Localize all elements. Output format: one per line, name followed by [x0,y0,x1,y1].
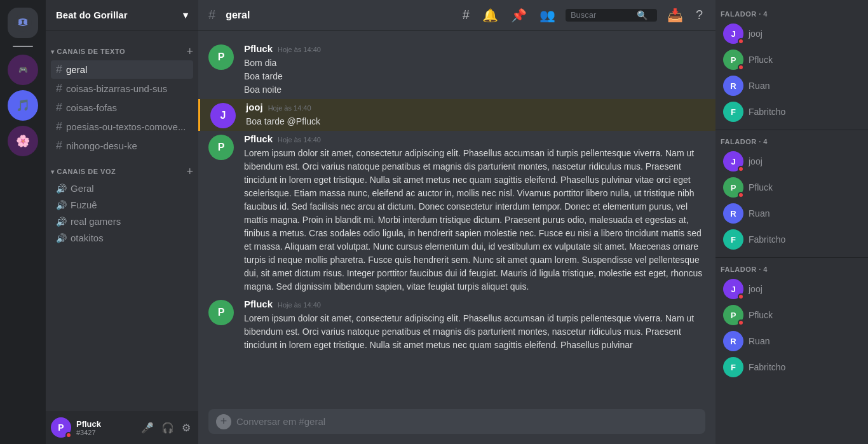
hash-icon: # [56,101,62,114]
hash-icon: # [56,120,62,133]
text-channels-category[interactable]: ▾ CANAIS DE TEXTO + [46,36,198,60]
server-icon-main[interactable] [8,8,38,38]
voice-channels-category[interactable]: ▾ CANAIS DE VOZ + [46,156,198,180]
avatar: P [208,44,234,70]
headphone-button[interactable]: 🎧 [159,419,177,436]
channel-item-coisas-bizarras[interactable]: # coisas-bizarras-und-sus [51,79,193,98]
avatar: P [208,300,234,325]
avatar: P [723,305,743,325]
voice-member[interactable]: P Pfluck [718,302,865,328]
message-input-wrapper: + [208,409,705,434]
message-header: Pfluck Hoje às 14:40 [244,299,705,309]
channel-name: geral [66,64,87,75]
inbox-icon[interactable]: 📥 [665,8,686,23]
voice-member[interactable]: F Fabritcho [718,227,865,252]
voice-member[interactable]: R Ruan [718,201,865,226]
text-channels-label: CANAIS DE TEXTO [57,48,126,55]
channel-list: ▾ CANAIS DE TEXTO + # geral # coisas-biz… [46,30,198,411]
speaker-icon: 🔊 [56,184,67,194]
message-time: Hoje às 14:40 [268,104,311,112]
message-header: Pfluck Hoje às 14:40 [244,133,705,144]
channel-item-fuzue[interactable]: 🔊 Fuzuê [51,197,193,213]
channel-sidebar: Beat do Gorillar ▾ ▾ CANAIS DE TEXTO + #… [46,0,198,444]
voice-member[interactable]: P Pfluck [718,47,865,72]
avatar: P [723,50,743,70]
member-name: jooj [749,156,763,166]
microphone-button[interactable]: 🎤 [139,419,156,436]
avatar: R [723,203,743,224]
user-tag: #3427 [76,429,133,436]
voice-member[interactable]: F Fabritcho [718,354,865,380]
user-info: Pfluck #3427 [76,419,133,436]
server-dropdown-icon: ▾ [183,10,188,21]
voice-member[interactable]: F Fabritcho [718,99,865,124]
members-icon[interactable]: 👥 [537,8,558,23]
server-header[interactable]: Beat do Gorillar ▾ [46,0,198,30]
message-time: Hoje às 14:40 [278,301,321,309]
channel-item-geral[interactable]: # geral [51,60,193,79]
messages-area: P Pfluck Hoje às 14:40 Bom diaBoa tardeB… [198,30,715,409]
settings-button[interactable]: ⚙ [179,419,193,436]
channel-item-real-gamers[interactable]: 🔊 real gamers [51,213,193,229]
message-group: P Pfluck Hoje às 14:40 Bom diaBoa tardeB… [198,41,715,99]
voice-section-header: FALADOR · 4 [715,133,868,148]
hash-icon: # [56,139,62,152]
status-dot [738,293,744,300]
divider [715,257,868,258]
search-input[interactable] [571,10,634,20]
message-input-area: + [198,409,715,444]
add-attachment-button[interactable]: + [216,414,231,429]
voice-member[interactable]: R Ruan [718,73,865,98]
voice-member[interactable]: J jooj [718,276,865,302]
message-author: Pfluck [244,133,273,144]
message-author: jooj [246,102,263,112]
channel-name: real gamers [71,216,121,227]
pin-icon[interactable]: 📌 [508,8,529,23]
message-group: P Pfluck Hoje às 14:40 Lorem ipsum dolor… [198,131,715,296]
channel-item-nihongo[interactable]: # nihongo-desu-ke [51,137,193,155]
server-icon-2[interactable]: 🎵 [8,90,38,121]
message-time: Hoje às 14:40 [278,136,321,144]
help-icon[interactable]: ? [693,8,705,22]
chevron-icon: ▾ [51,168,55,175]
avatar: F [723,357,743,377]
member-name: Pfluck [749,55,773,65]
server-icon-3[interactable]: 🌸 [8,126,38,156]
header-hash-icon: # [208,8,215,22]
voice-channels-label: CANAIS DE VOZ [57,168,116,175]
voice-member[interactable]: P Pfluck [718,175,865,200]
chevron-icon: ▾ [51,48,55,55]
speaker-icon: 🔊 [56,233,67,243]
hash-header-icon[interactable]: # [460,8,472,22]
channel-item-geral-voice[interactable]: 🔊 Geral [51,180,193,196]
server-icon-1[interactable]: 🎮 [8,55,38,85]
voice-member[interactable]: J jooj [718,21,865,46]
status-dot [738,166,744,172]
channel-name: nihongo-desu-ke [66,140,137,151]
message-input[interactable] [236,409,698,434]
voice-section-2: FALADOR · 4 J jooj P Pfluck R Ruan F Fab… [715,133,868,252]
channel-name: otakitos [71,232,104,243]
avatar: J [723,279,743,299]
hash-icon: # [56,82,62,95]
message-group: J jooj Hoje às 14:40 Boa tarde @Pfluck [198,99,715,131]
channel-item-otakitos[interactable]: 🔊 otakitos [51,230,193,246]
speaker-icon: 🔊 [56,200,67,210]
voice-section-header: FALADOR · 4 [715,260,868,276]
voice-member[interactable]: R Ruan [718,328,865,354]
message-group: P Pfluck Hoje às 14:40 Lorem ipsum dolor… [198,296,715,354]
channel-item-coisas-fofas[interactable]: # coisas-fofas [51,98,193,117]
member-name: Fabritcho [749,362,785,372]
channel-item-poesias[interactable]: # poesias-ou-textos-comove... [51,118,193,136]
notification-icon[interactable]: 🔔 [480,8,501,23]
message-header: jooj Hoje às 14:40 [246,102,705,112]
avatar: F [723,229,743,250]
category-left: ▾ CANAIS DE TEXTO [51,48,125,55]
member-name: Pfluck [749,182,773,192]
voice-member[interactable]: J jooj [718,149,865,174]
avatar: F [723,102,743,122]
add-voice-channel-button[interactable]: + [186,166,193,177]
divider [715,130,868,130]
member-name: jooj [749,29,763,39]
add-text-channel-button[interactable]: + [186,46,193,57]
